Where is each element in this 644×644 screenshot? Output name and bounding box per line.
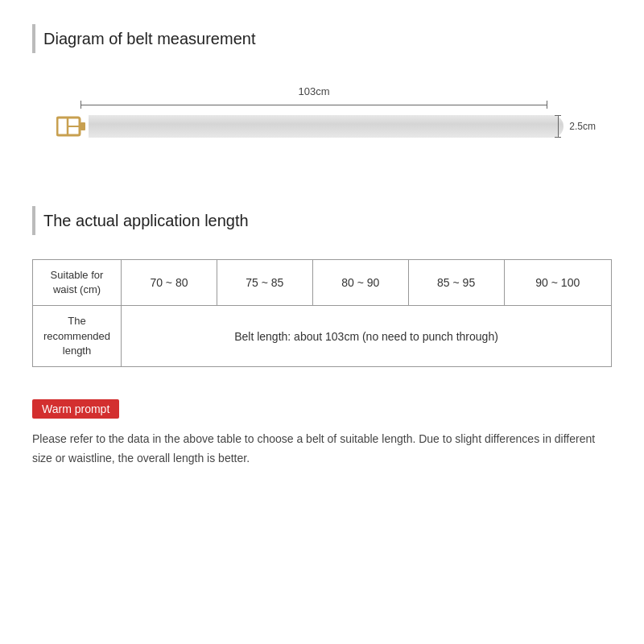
title-bar-accent — [32, 24, 35, 53]
table-row2-value: Belt length: about 103cm (no need to pun… — [122, 306, 612, 367]
table-header-row1-col5: 90 ~ 100 — [504, 260, 611, 306]
belt-buckle — [56, 114, 89, 138]
table-row2-label: The recommended length — [33, 306, 122, 367]
bottom-tick — [555, 137, 561, 138]
section2-title-container: The actual application length — [32, 206, 612, 235]
width-indicator: 2.5cm — [555, 111, 596, 142]
horiz-measure-line — [81, 105, 547, 105]
table-row-2: The recommended length Belt length: abou… — [33, 306, 612, 367]
size-table: Suitable for waist (cm) 70 ~ 80 75 ~ 85 … — [32, 259, 612, 367]
page: Diagram of belt measurement 103cm — [0, 0, 644, 644]
vert-line — [558, 116, 559, 137]
right-tick — [547, 101, 547, 109]
title-bar-accent-2 — [32, 206, 35, 235]
belt-row — [56, 111, 564, 142]
belt-diagram: 103cm — [32, 77, 612, 182]
table-header-row1-col3: 80 ~ 90 — [312, 260, 408, 306]
section2-title: The actual application length — [43, 212, 249, 230]
vert-line-container — [555, 115, 561, 138]
section2-container: The actual application length Suitable f… — [32, 206, 612, 367]
svg-rect-3 — [80, 122, 85, 130]
section1-title: Diagram of belt measurement — [43, 30, 255, 48]
warm-prompt-section: Warm prompt Please refer to the data in … — [32, 399, 612, 469]
warm-prompt-text: Please refer to the data in the above ta… — [32, 430, 612, 469]
table-header-row1-col4: 85 ~ 95 — [408, 260, 504, 306]
belt-strap — [89, 115, 564, 138]
width-label: 2.5cm — [569, 121, 596, 132]
table-row-1: Suitable for waist (cm) 70 ~ 80 75 ~ 85 … — [33, 260, 612, 306]
width-arrows: 2.5cm — [555, 115, 596, 138]
table-header-row1-col2: 75 ~ 85 — [217, 260, 312, 306]
table-header-row1-col1: 70 ~ 80 — [122, 260, 217, 306]
measurement-line — [80, 101, 547, 109]
section1-title-container: Diagram of belt measurement — [32, 24, 612, 53]
measurement-row: 103cm — [80, 85, 547, 109]
warm-prompt-badge: Warm prompt — [32, 399, 119, 419]
table-header-row1-col0: Suitable for waist (cm) — [33, 260, 122, 306]
length-label: 103cm — [298, 85, 329, 97]
